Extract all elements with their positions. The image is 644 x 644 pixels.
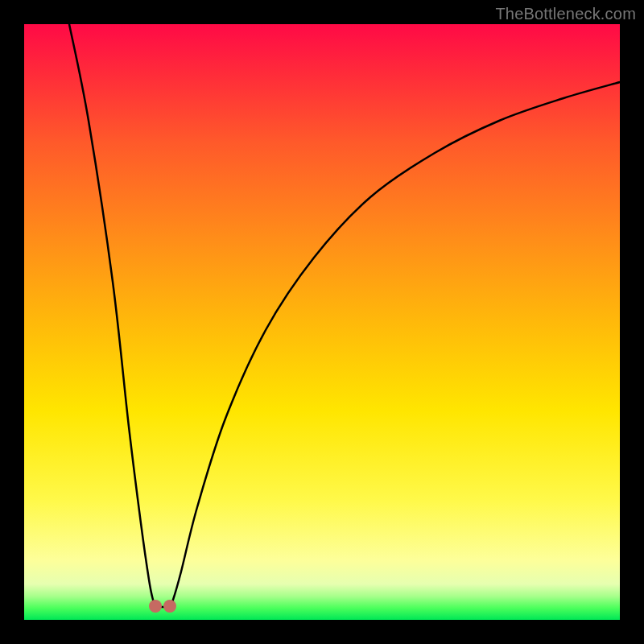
curve-min-dot-right bbox=[163, 600, 176, 613]
curve-min-dot-left bbox=[149, 600, 162, 613]
gradient-plot-area bbox=[24, 24, 620, 620]
bottleneck-curve-svg bbox=[24, 24, 620, 620]
chart-frame: TheBottleneck.com bbox=[0, 0, 644, 644]
watermark-text: TheBottleneck.com bbox=[495, 5, 636, 23]
bottleneck-curve bbox=[69, 24, 620, 607]
